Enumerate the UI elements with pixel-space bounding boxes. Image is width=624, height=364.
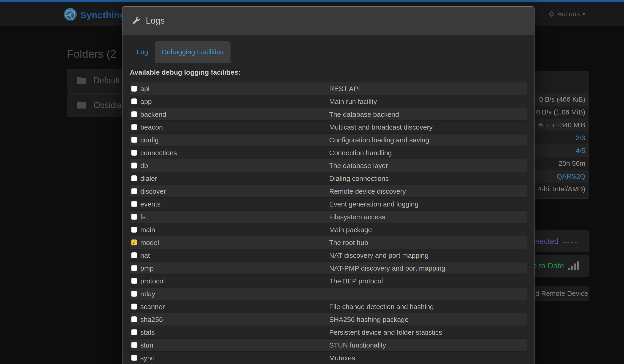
facility-checkbox-protocol[interactable] [131,278,137,284]
facility-row: pmpNAT-PMP discovery and port mapping [130,261,527,274]
facility-row: beaconMulticast and broadcast discovery [130,120,527,133]
facility-checkbox-stun[interactable] [131,342,137,348]
facility-checkbox-app[interactable] [131,99,137,104]
signal-bars-icon [568,261,579,270]
facility-row: discoverRemote device discovery [130,184,527,197]
facility-checkbox-scanner[interactable] [131,304,137,310]
facility-description: File change detection and hashing [329,300,434,313]
facility-checkbox-relay[interactable] [131,291,137,297]
facility-row: configConfiguration loading and saving [130,133,527,146]
facility-row: fsFilesystem access [130,210,527,223]
facility-description: Main run facility [329,95,377,108]
facility-description: Event generation and logging [329,198,418,211]
facility-description: Connection handling [329,147,392,159]
disk-icon [547,123,554,128]
brand[interactable]: Syncthing [63,8,126,23]
logs-modal-body: Log Debugging Facilities Available debug… [123,41,534,364]
stats-value: 20h 56m [559,159,585,167]
facility-description: Persistent device and folder statistics [329,326,442,339]
facility-name: main [140,226,155,234]
facility-name: protocol [140,277,165,285]
facility-description: Configuration loading and saving [329,134,429,147]
facility-name: pmp [140,264,154,272]
tab-bar: Log Debugging Facilities [130,41,527,63]
facility-name: scanner [140,303,165,311]
folder-label: Default [94,76,120,85]
facility-description: STUN functionality [329,339,386,352]
brand-title: Syncthing [80,10,126,20]
facility-checkbox-sync[interactable] [131,355,137,361]
facility-description: Mutexes [329,352,355,364]
facility-checkbox-model[interactable]: ✓ [131,239,137,245]
stats-value: 0 B/s (1.06 MiB) [536,108,585,116]
folder-icon [77,101,87,110]
chevron-down-icon: ▾ [583,11,585,17]
facility-name: stats [140,329,155,336]
facility-description: Main package [329,223,372,236]
facility-row: syncMutexes [130,351,527,364]
facility-row: stunSTUN functionality [130,338,527,351]
device-status-badge: p to Date [532,261,564,270]
facility-name: sync [140,354,155,362]
facility-checkbox-pmp[interactable] [131,265,137,271]
facility-checkbox-nat[interactable] [131,252,137,258]
facility-description: NAT discovery and port mapping [329,249,429,262]
signal-off-icon [563,242,577,243]
folder-icon [77,76,87,85]
facility-row: sha256SHA256 hashing package [130,313,527,326]
facility-description: Remote device discovery [329,185,406,198]
facility-checkbox-api[interactable] [131,86,137,92]
gear-icon: ⚙ [548,10,555,18]
facility-row: natNAT discovery and port mapping [130,249,527,261]
facility-description: SHA256 hashing package [329,313,409,326]
facility-row: ✓modelThe root hub [130,236,527,249]
facility-row: dialerDialing connections [130,172,527,184]
facility-name: fs [140,213,146,221]
folders-heading: Folders (2 [67,48,116,60]
facility-name: backend [140,111,166,118]
modal-title: Logs [146,16,165,26]
facility-row: apiREST API [130,82,527,95]
actions-menu[interactable]: ⚙ Actions ▾ [548,2,585,26]
facility-checkbox-discover[interactable] [131,188,137,194]
stats-prefix: 6 [539,121,543,129]
facility-checkbox-sha256[interactable] [131,316,137,322]
actions-label: Actions [557,10,580,18]
folder-label: Obsidian [94,101,126,110]
facility-name: model [140,239,159,246]
stats-value: 2/3 [576,134,585,141]
facility-checkbox-events[interactable] [131,201,137,207]
facility-name: discover [140,187,166,195]
facility-row: relay [130,287,527,300]
facility-name: connections [140,149,177,156]
facility-checkbox-beacon[interactable] [131,124,137,130]
facility-name: beacon [140,123,163,131]
facility-name: events [140,200,160,208]
tab-debugging-facilities[interactable]: Debugging Facilities [155,41,231,63]
page: Syncthing ⚙ Actions ▾ Folders (2 Default… [0,0,624,364]
facility-row: scannerFile change detection and hashing [130,300,527,313]
facility-checkbox-db[interactable] [131,162,137,168]
facility-name: config [140,136,159,144]
stats-value: ~340 MiB [556,121,585,129]
facility-name: db [140,162,148,169]
facility-checkbox-dialer[interactable] [131,175,137,181]
facility-description: Multicast and broadcast discovery [329,121,433,134]
facility-name: api [140,85,150,93]
facility-row: eventsEvent generation and logging [130,197,527,210]
facility-row: protocolThe BEP protocol [130,274,527,287]
syncthing-logo-icon [63,8,77,23]
facility-name: dialer [140,175,157,182]
tab-log[interactable]: Log [130,41,155,63]
facility-checkbox-backend[interactable] [131,111,137,117]
facility-checkbox-config[interactable] [131,137,137,143]
wrench-icon [132,16,140,26]
facility-checkbox-stats[interactable] [131,329,137,335]
facility-checkbox-main[interactable] [131,227,137,233]
facility-checkbox-connections[interactable] [131,150,137,156]
stats-value: 4/5 [576,147,585,154]
facility-checkbox-fs[interactable] [131,214,137,220]
facility-row: appMain run facility [130,95,527,108]
facility-description: Dialing connections [329,172,389,185]
stats-value: 0 B/s (466 KiB) [539,96,585,103]
